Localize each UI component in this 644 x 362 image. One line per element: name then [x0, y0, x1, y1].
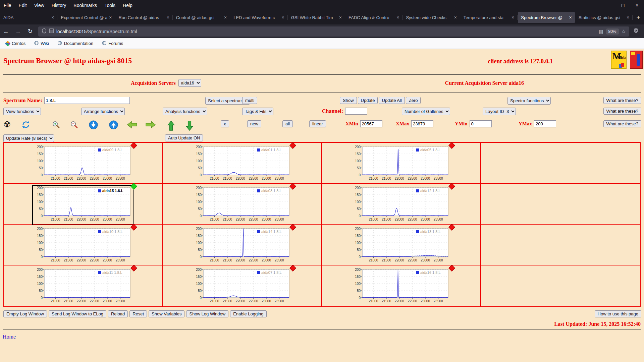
minimize-button[interactable]: – — [602, 3, 616, 8]
update-button[interactable]: Update — [358, 97, 378, 104]
extension-icon[interactable] — [633, 28, 639, 35]
tab-close-icon[interactable]: × — [569, 15, 572, 20]
send-log-window-to-elog-button[interactable]: Send Log Window to ELog — [49, 310, 106, 317]
tracking-shield-icon[interactable] — [42, 28, 47, 35]
layout-id-dropdown[interactable]: Layout ID=3 — [483, 108, 516, 115]
reset-button[interactable]: Reset — [129, 310, 147, 317]
spectra-functions-dropdown[interactable]: Spectra functions — [507, 97, 551, 105]
analysis-functions-dropdown[interactable]: Analysis functions — [163, 108, 207, 115]
tab-close-icon[interactable]: × — [396, 15, 399, 20]
menu-edit[interactable]: Edit — [15, 3, 31, 8]
number-of-galleries-dropdown[interactable]: Number of Galleries — [402, 108, 450, 115]
browser-tab[interactable]: Experiment Control @ a× — [58, 12, 115, 23]
update-rate-dropdown[interactable]: Update Rate (8 secs) — [3, 134, 54, 142]
xmin-input[interactable] — [360, 120, 382, 127]
enable-logging-button[interactable]: Enable Logging — [230, 310, 266, 317]
menu-view[interactable]: View — [31, 3, 48, 8]
browser-tab[interactable]: Spectrum Browser @× — [518, 12, 575, 23]
new-tab-button[interactable]: + — [633, 12, 644, 23]
page-info-icon[interactable] — [49, 28, 54, 35]
radiation-icon[interactable]: ☢ — [3, 120, 11, 129]
browser-tab[interactable]: Statistics @ aidas-gsi× — [576, 12, 632, 23]
reader-mode-icon[interactable]: ▤ — [599, 29, 603, 34]
menu-history[interactable]: History — [48, 3, 70, 8]
multi-button[interactable]: multi — [242, 97, 257, 104]
menu-help[interactable]: Help — [119, 3, 136, 8]
pan-down-icon[interactable] — [185, 120, 194, 131]
zero-button[interactable]: Zero — [406, 97, 421, 104]
pan-left-icon[interactable] — [127, 120, 138, 129]
recycle-icon[interactable] — [21, 120, 30, 129]
bookmark-centos[interactable]: Centos — [1, 41, 30, 46]
x-button[interactable]: x — [221, 120, 229, 127]
tags-fits-dropdown[interactable]: Tags & Fits — [242, 108, 273, 115]
spectrum-chart-aida07[interactable]: 0501001502002100021500220002250023000235… — [191, 267, 293, 307]
bookmark-forums[interactable]: Forums — [98, 41, 127, 46]
linear-button[interactable]: linear — [309, 120, 326, 127]
what-are-these-button[interactable]: What are these? — [603, 120, 641, 127]
spectrum-chart-aida13[interactable]: 0501001502002100021500220002250023000235… — [350, 226, 452, 266]
browser-tab[interactable]: FADC Align & Contro× — [345, 12, 402, 23]
tab-close-icon[interactable]: × — [454, 15, 457, 20]
tab-close-icon[interactable]: × — [512, 15, 514, 20]
empty-log-window-button[interactable]: Empty Log Window — [3, 310, 47, 317]
spectrum-chart-aida01[interactable]: 0501001502002100021500220002250023000235… — [191, 144, 293, 184]
shift-down-icon[interactable] — [89, 120, 98, 129]
bookmark-wiki[interactable]: Wiki — [30, 41, 53, 46]
how-to-use-button[interactable]: How to use this page — [595, 310, 641, 317]
spectrum-chart-aida15[interactable]: 0501001502002100021500220002250023000235… — [32, 185, 134, 225]
tab-close-icon[interactable]: × — [224, 15, 227, 20]
bookmark-star-icon[interactable]: ☆ — [622, 28, 626, 35]
spectrum-chart-aida10[interactable]: 0501001502002100021500220002250023000235… — [32, 226, 134, 266]
acquisition-server-select[interactable]: aida16 — [178, 79, 201, 87]
spectrum-chart-aida09[interactable]: 0501001502002100021500220002250023000235… — [32, 144, 134, 184]
new-button[interactable]: new — [247, 120, 261, 127]
spectrum-chart-aida05[interactable]: 0501001502002100021500220002250023000235… — [350, 144, 452, 184]
home-link[interactable]: Home — [3, 334, 16, 340]
reload-button[interactable]: ↻ — [24, 28, 36, 35]
url-bar[interactable]: localhost:8015/Spectrum/Spectrum.tml ▤ 8… — [38, 26, 629, 37]
show-variables-button[interactable]: Show Variables — [149, 310, 184, 317]
zoom-out-icon[interactable] — [70, 120, 78, 129]
show-button[interactable]: Show — [340, 97, 357, 104]
tab-close-icon[interactable]: × — [51, 15, 54, 20]
pan-up-icon[interactable] — [167, 120, 175, 131]
update-all-button[interactable]: Update All — [379, 97, 405, 104]
close-button[interactable]: × — [630, 3, 644, 8]
xmax-input[interactable] — [411, 120, 433, 127]
forward-button[interactable]: → — [12, 28, 24, 35]
browser-tab[interactable]: Run Control @ aidas× — [115, 12, 172, 23]
tab-close-icon[interactable]: × — [167, 15, 169, 20]
shift-up-icon[interactable] — [109, 120, 118, 129]
browser-tab[interactable]: Control @ aidas-gsi× — [173, 12, 230, 23]
tab-close-icon[interactable]: × — [627, 15, 629, 20]
menu-bookmarks[interactable]: Bookmarks — [70, 3, 101, 8]
menu-file[interactable]: File — [0, 3, 15, 8]
tab-close-icon[interactable]: × — [281, 15, 284, 20]
tab-close-icon[interactable]: × — [339, 15, 342, 20]
reload-button[interactable]: Reload — [108, 310, 128, 317]
arrange-functions-dropdown[interactable]: Arrange functions — [81, 108, 125, 115]
zoom-indicator[interactable]: 80% — [606, 28, 619, 35]
menu-tools[interactable]: Tools — [101, 3, 119, 8]
zoom-in-icon[interactable] — [52, 120, 60, 129]
ymax-input[interactable] — [534, 120, 556, 127]
browser-tab[interactable]: System wide Checks× — [403, 12, 460, 23]
bookmark-documentation[interactable]: Documentation — [53, 41, 98, 46]
all-button[interactable]: all — [282, 120, 293, 127]
what-are-these-button[interactable]: What are these? — [603, 108, 641, 115]
browser-tab[interactable]: GSI White Rabbit Tim× — [288, 12, 345, 23]
show-log-window-button[interactable]: Show Log Window — [186, 310, 228, 317]
spectrum-chart-aida16[interactable]: 0501001502002100021500220002250023000235… — [350, 267, 452, 307]
back-button[interactable]: ← — [0, 28, 12, 35]
auto-update-button[interactable]: Auto Update ON — [165, 134, 203, 141]
ymin-input[interactable] — [470, 120, 492, 127]
spectrum-chart-aida12[interactable]: 0501001502002100021500220002250023000235… — [350, 185, 452, 225]
browser-tab[interactable]: LED and Waveform c× — [230, 12, 287, 23]
url-text[interactable]: localhost:8015/Spectrum/Spectrum.tml — [56, 29, 137, 34]
what-are-these-button[interactable]: What are these? — [603, 97, 641, 104]
view-functions-dropdown[interactable]: View functions — [3, 108, 41, 115]
maximize-button[interactable]: □ — [616, 3, 630, 8]
spectrum-chart-aida03[interactable]: 0501001502002100021500220002250023000235… — [191, 185, 293, 225]
spectrum-chart-aida14[interactable]: 0501001502002100021500220002250023000235… — [191, 226, 293, 266]
